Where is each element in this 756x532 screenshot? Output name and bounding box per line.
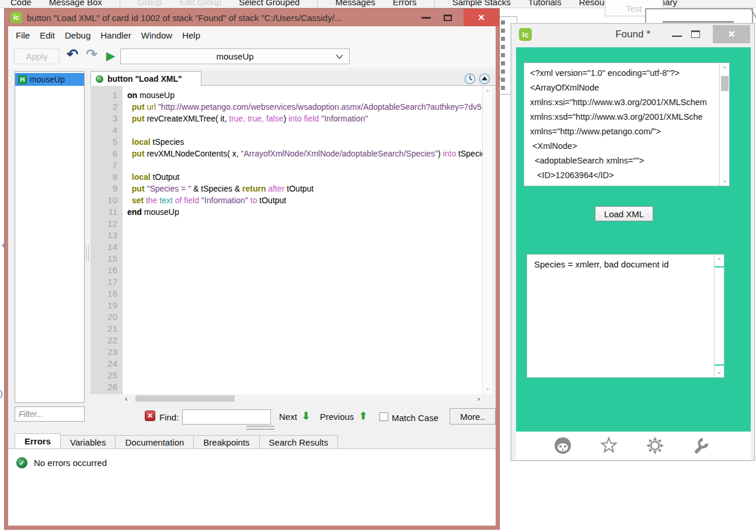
- found-titlebar[interactable]: lc Found * ×: [511, 24, 754, 45]
- code-line-20[interactable]: [127, 311, 482, 323]
- scroll-down-icon[interactable]: ⌄: [715, 367, 724, 375]
- sun-icon[interactable]: [645, 436, 665, 455]
- code-line-4[interactable]: [127, 124, 482, 136]
- code-line-13[interactable]: [127, 230, 482, 241]
- code-line-7[interactable]: [127, 159, 482, 171]
- menubar-item-sample-stacks[interactable]: Sample Stacks: [452, 0, 511, 7]
- menubar-item-message-box[interactable]: Message Box: [49, 0, 102, 7]
- code-line-24[interactable]: [127, 358, 482, 370]
- code-line-11[interactable]: end mouseUp: [127, 206, 482, 218]
- scroll-up-icon[interactable]: ⌃: [715, 256, 724, 265]
- line-number[interactable]: 7: [90, 159, 123, 171]
- result-field[interactable]: Species = xmlerr, bad document id ⌃ ⌄: [527, 254, 724, 378]
- code-line-5[interactable]: local tSpecies: [127, 136, 482, 148]
- line-number[interactable]: 26: [90, 381, 123, 393]
- menubar-item-tutorials[interactable]: Tutorials: [528, 0, 562, 7]
- wrench-icon[interactable]: [691, 436, 711, 455]
- arrow-down-icon[interactable]: ⬇: [302, 410, 310, 422]
- code-line-16[interactable]: [127, 265, 482, 276]
- splitter-grip[interactable]: [246, 426, 274, 432]
- menu-file[interactable]: File: [16, 30, 30, 40]
- close-find-icon[interactable]: ✕: [145, 411, 155, 421]
- more-button[interactable]: More..: [450, 408, 496, 425]
- code-line-18[interactable]: [127, 288, 482, 300]
- collapse-panel-icon[interactable]: [479, 73, 490, 85]
- tab-variables[interactable]: Variables: [61, 435, 116, 449]
- line-number[interactable]: 24: [90, 358, 123, 370]
- xml-information-field[interactable]: <?xml version="1.0" encoding="utf-8"?><A…: [524, 62, 730, 186]
- line-number[interactable]: 19: [90, 300, 123, 311]
- find-next-button[interactable]: Next: [279, 412, 297, 422]
- line-number[interactable]: 8: [90, 171, 123, 183]
- code-line-2[interactable]: put url "http://www.petango.com/webservi…: [127, 101, 482, 113]
- arrow-up-icon[interactable]: ⬆: [359, 410, 367, 422]
- undo-icon[interactable]: ↶: [67, 46, 78, 63]
- menubar-item-code[interactable]: Code: [11, 0, 32, 7]
- code-line-15[interactable]: [127, 253, 482, 265]
- line-number[interactable]: 17: [90, 276, 123, 288]
- find-previous-button[interactable]: Previous: [320, 412, 354, 422]
- line-number[interactable]: 3: [90, 113, 123, 124]
- scroll-down-icon[interactable]: ⌄: [483, 384, 492, 392]
- minimize-button[interactable]: [672, 36, 682, 37]
- menu-handler[interactable]: Handler: [100, 30, 131, 40]
- github-icon[interactable]: [553, 436, 573, 455]
- code-line-26[interactable]: [127, 381, 482, 393]
- code-line-10[interactable]: set the text of field "Information" to t…: [127, 194, 482, 206]
- line-number[interactable]: 14: [90, 241, 123, 253]
- code-editor[interactable]: on mouseUp put url "http://www.petango.c…: [123, 86, 482, 394]
- line-number[interactable]: 23: [90, 346, 123, 358]
- minimize-button[interactable]: [421, 17, 431, 19]
- code-vertical-scrollbar[interactable]: ⌃ ⌄: [482, 86, 492, 394]
- script-editor-titlebar[interactable]: lc button "Load XML" of card id 1002 of …: [5, 9, 499, 26]
- line-number[interactable]: 1: [90, 89, 123, 101]
- line-number[interactable]: 21: [90, 323, 123, 335]
- menubar-item-select-grouped[interactable]: Select Grouped: [239, 0, 299, 7]
- line-number[interactable]: 16: [90, 265, 123, 276]
- field-vertical-scrollbar[interactable]: ⌃ ⌄: [714, 255, 724, 377]
- tab-search-results[interactable]: Search Results: [260, 435, 339, 449]
- code-line-3[interactable]: put revCreateXMLTree( it, true, true, fa…: [127, 113, 482, 124]
- code-line-14[interactable]: [127, 241, 482, 253]
- line-number[interactable]: 22: [90, 335, 123, 346]
- line-number[interactable]: 13: [90, 230, 123, 241]
- field-vertical-scrollbar[interactable]: ⌃ ⌄: [719, 63, 729, 186]
- code-line-23[interactable]: [127, 346, 482, 358]
- script-tab-load-xml[interactable]: button "Load XML": [90, 71, 201, 86]
- code-horizontal-scrollbar[interactable]: ‹ ›: [123, 394, 482, 403]
- code-line-17[interactable]: [127, 276, 482, 288]
- scroll-left-icon[interactable]: ‹: [125, 394, 127, 403]
- scroll-up-icon[interactable]: ⌃: [720, 65, 729, 73]
- code-line-1[interactable]: on mouseUp: [127, 89, 482, 101]
- panel-splitter-handle[interactable]: [86, 245, 89, 262]
- star-icon[interactable]: [599, 436, 619, 455]
- code-line-9[interactable]: put "Species = " & tSpecies & return aft…: [127, 183, 482, 194]
- scroll-right-icon[interactable]: ›: [478, 394, 480, 403]
- line-number[interactable]: 18: [90, 288, 123, 300]
- maximize-button[interactable]: [444, 15, 452, 21]
- menu-debug[interactable]: Debug: [65, 30, 90, 40]
- apply-button[interactable]: Apply: [14, 48, 60, 64]
- load-xml-button[interactable]: Load XML: [595, 206, 653, 221]
- code-line-8[interactable]: local tOutput: [127, 171, 482, 183]
- handler-dropdown[interactable]: mouseUp: [120, 48, 350, 64]
- line-number[interactable]: 4: [90, 124, 123, 136]
- line-number[interactable]: 2: [90, 101, 123, 113]
- code-line-19[interactable]: [127, 300, 482, 311]
- code-line-25[interactable]: [127, 370, 482, 381]
- close-button[interactable]: ×: [713, 25, 750, 43]
- match-case-checkbox[interactable]: [379, 412, 388, 421]
- menu-window[interactable]: Window: [141, 30, 172, 40]
- history-clock-icon[interactable]: [464, 73, 476, 85]
- line-number[interactable]: 9: [90, 183, 123, 194]
- handler-list-item-mouseup[interactable]: H mouseUp: [15, 73, 84, 86]
- find-input[interactable]: [182, 409, 271, 425]
- code-gutter[interactable]: 1234567891011121314151617181920212223242…: [90, 86, 123, 394]
- code-line-22[interactable]: [127, 335, 482, 346]
- menubar-item-messages[interactable]: Messages: [335, 0, 375, 7]
- menu-edit[interactable]: Edit: [40, 30, 55, 40]
- tab-documentation[interactable]: Documentation: [116, 435, 194, 449]
- line-number[interactable]: 5: [90, 136, 123, 148]
- line-number[interactable]: 25: [90, 370, 123, 381]
- menubar-item-errors[interactable]: Errors: [393, 0, 417, 7]
